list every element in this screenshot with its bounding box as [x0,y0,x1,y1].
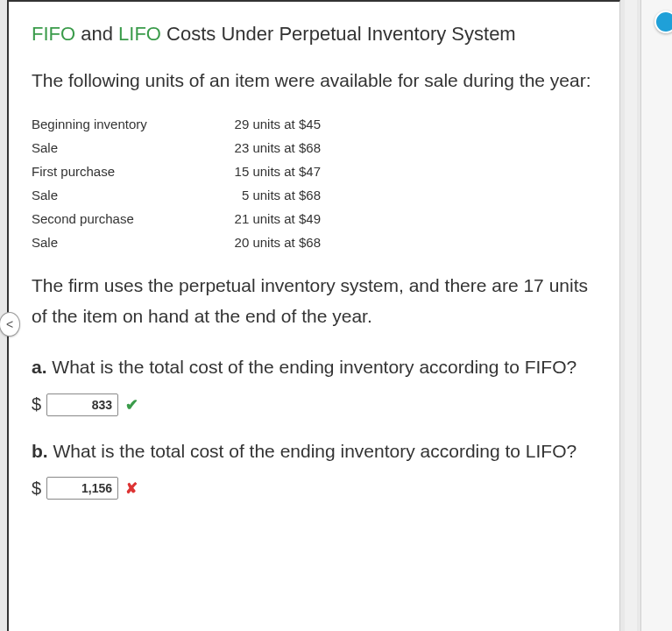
title-accent-fifo: FIFO [32,23,75,45]
title-text-rest: Costs Under Perpetual Inventory System [161,23,516,45]
currency-symbol: $ [32,394,41,415]
answer-row-b: $ ✘ [32,477,597,500]
chevron-left-icon: < [6,317,13,331]
tx-label: Sale [32,140,207,155]
title-text-mid: and [75,23,118,45]
content-frame: < FIFO and LIFO Costs Under Perpetual In… [7,0,620,631]
check-icon: ✔ [125,395,138,415]
question-a-label: a. [32,357,47,377]
tx-label: Second purchase [32,211,207,226]
tx-value: 20 units at $68 [207,235,321,250]
question-b-label: b. [32,441,48,461]
question-b: b. What is the total cost of the ending … [32,436,597,467]
currency-symbol: $ [32,479,41,499]
answer-input-b[interactable] [46,477,118,500]
answer-input-a[interactable] [46,393,118,416]
right-panel-strip [640,0,672,631]
answer-row-a: $ ✔ [32,393,597,416]
page-title: FIFO and LIFO Costs Under Perpetual Inve… [32,23,597,46]
transactions-table: Beginning inventory 29 units at $45 Sale… [32,112,597,254]
prev-nav-button[interactable]: < [0,312,20,337]
table-row: Second purchase 21 units at $49 [32,207,597,230]
table-row: Sale 23 units at $68 [32,136,597,160]
content-area: FIFO and LIFO Costs Under Perpetual Inve… [9,2,619,536]
table-row: Sale 5 units at $68 [32,183,597,207]
scrollbar[interactable] [625,0,637,631]
question-b-text: What is the total cost of the ending inv… [48,441,577,461]
tx-value: 23 units at $68 [207,140,321,155]
table-row: First purchase 15 units at $47 [32,160,597,183]
tx-label: First purchase [32,164,207,179]
tx-value: 15 units at $47 [207,164,321,179]
tx-label: Beginning inventory [32,117,207,131]
cross-icon: ✘ [125,479,138,498]
tx-value: 5 units at $68 [207,188,321,202]
table-row: Sale 20 units at $68 [32,230,597,254]
help-badge-icon[interactable] [654,11,672,33]
tx-label: Sale [32,235,207,250]
intro-paragraph: The following units of an item were avai… [32,65,597,96]
title-accent-lifo: LIFO [118,23,161,45]
tx-value: 21 units at $49 [207,211,321,226]
mid-paragraph: The firm uses the perpetual inventory sy… [32,270,597,332]
table-row: Beginning inventory 29 units at $45 [32,112,597,136]
question-a: a. What is the total cost of the ending … [32,351,597,383]
question-a-text: What is the total cost of the ending inv… [47,357,577,377]
tx-value: 29 units at $45 [207,117,321,131]
tx-label: Sale [32,188,207,202]
